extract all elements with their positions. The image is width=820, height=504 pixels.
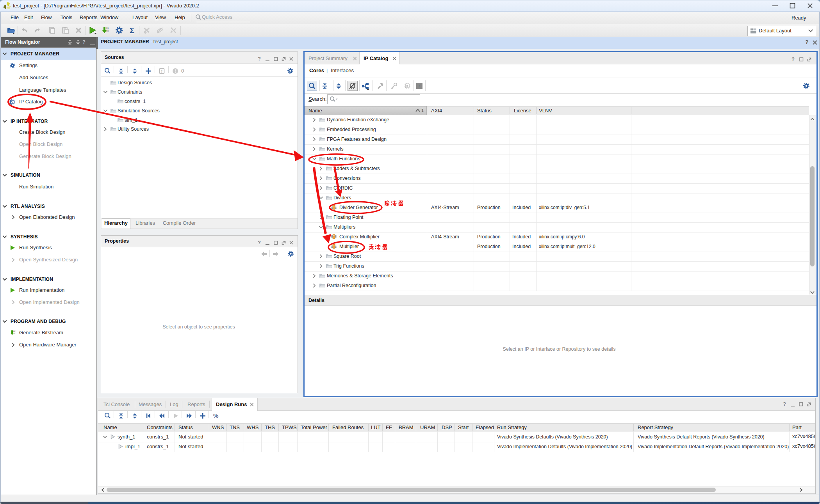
svg-text:?: ? [160, 69, 162, 73]
svg-text:10: 10 [106, 30, 109, 32]
svg-text:01: 01 [106, 27, 109, 29]
svg-text:i: i [419, 84, 420, 88]
svg-text:10: 10 [13, 332, 15, 334]
